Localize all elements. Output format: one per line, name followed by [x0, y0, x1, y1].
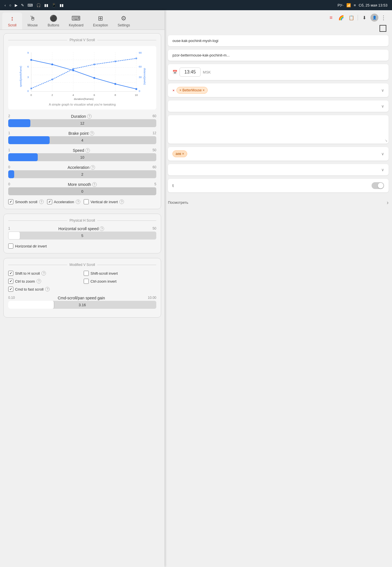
acceleration-min-max: 0 Acceleration ? 60 — [8, 165, 156, 170]
bettermouse-tag[interactable]: × BetterMouse × — [176, 87, 208, 94]
horizontal-dir-invert-checkbox-item[interactable]: Horizontal dir invert — [8, 243, 47, 249]
shift-scroll-invert-checkbox-item[interactable]: Shift-scroll invert — [84, 271, 156, 276]
svg-point-17 — [30, 87, 32, 89]
tag2-chevron-icon[interactable]: ∨ — [381, 152, 384, 156]
url-text-1: ouse-kak-pochinit-mysh-logi — [172, 39, 384, 43]
tab-settings-label: Settings — [118, 23, 130, 27]
cmd-to-fast-scroll-help-icon[interactable]: ? — [45, 287, 50, 291]
brake-point-help-icon[interactable]: ? — [90, 131, 94, 136]
recently-label: Посмотреть — [168, 200, 188, 205]
ctrl-zoom-invert-checkbox-item[interactable]: Ctrl-zoom invert — [84, 279, 156, 284]
smooth-scroll-checkbox-item[interactable]: ✓ Smooth scroll ? — [8, 199, 44, 204]
brake-point-min-max: 1 Brake point ? 12 — [8, 131, 156, 136]
shift-to-h-scroll-help-icon[interactable]: ? — [41, 271, 46, 276]
user-tag-label: аев × — [176, 152, 184, 156]
horizontal-speed-slider[interactable]: 5 — [8, 232, 156, 240]
tags-chevron-icon[interactable]: ∨ — [381, 88, 384, 93]
brake-point-slider[interactable]: 4 — [8, 136, 156, 144]
empty-dropdown-chevron-icon[interactable]: ∨ — [381, 104, 384, 108]
svg-text:0: 0 — [27, 89, 29, 93]
duration-help-icon[interactable]: ? — [87, 114, 92, 119]
tab-keyboard[interactable]: ⌨ Keyboard — [64, 12, 88, 30]
cmd-to-fast-scroll-checkbox-item[interactable]: ✓ Cmd to fast scroll ? — [8, 287, 81, 292]
more-icon[interactable]: ⋮ — [381, 14, 386, 21]
svg-text:30: 30 — [139, 75, 142, 79]
brake-point-value: 4 — [8, 138, 156, 142]
acceleration-help-icon[interactable]: ? — [90, 165, 95, 170]
status-left: ‹ ○ ▶ ✎ ⌨ 🎧 ▮▮ 📱 ▮▮ — [5, 3, 64, 7]
cmd-to-fast-scroll-checkbox[interactable]: ✓ — [8, 287, 13, 292]
shift-to-h-scroll-checkbox[interactable]: ✓ — [8, 271, 13, 276]
tab-exception[interactable]: ⊞ Exception — [88, 12, 113, 30]
scroll-content[interactable]: Physical V Scroll — [0, 30, 165, 567]
physical-h-scroll-section: Physical H Scroll 1 Horizontal scroll sp… — [3, 214, 161, 253]
tab-settings[interactable]: ⚙ Settings — [113, 12, 134, 30]
language-label: РУ- — [338, 3, 343, 7]
duration-slider[interactable]: 12 — [8, 119, 156, 127]
speed-min: 1 — [8, 148, 10, 153]
svg-text:duration(frames): duration(frames) — [74, 97, 94, 100]
vertical-dir-invert-checkbox-item[interactable]: Vertical dir invert ? — [84, 199, 124, 204]
play-icon[interactable]: ▶ — [15, 3, 18, 7]
tab-mouse[interactable]: 🖱 Mouse — [23, 12, 43, 30]
tab-scroll[interactable]: ↕ Scroll — [2, 12, 22, 30]
physical-v-scroll-section: Physical V Scroll — [3, 33, 161, 209]
left-panel: ↕ Scroll 🖱 Mouse ⚫ Buttons ⌨ Keyboard ⊞ … — [0, 10, 165, 567]
nav-right-arrow-icon[interactable]: › — [387, 199, 389, 206]
toggle-switch[interactable] — [372, 182, 384, 189]
more-smooth-help-icon[interactable]: ? — [92, 182, 97, 187]
right-toolbar-row: ≡ 🌈 📋 ⬇ 👤 ⋮ — [168, 14, 389, 22]
tags-card: × × BetterMouse × ∨ — [168, 83, 389, 97]
clipboard-icon[interactable]: 📋 — [347, 14, 355, 22]
buttons-tab-icon: ⚫ — [50, 15, 57, 22]
download-icon[interactable]: ⬇ — [360, 14, 368, 22]
acceleration-checkbox[interactable]: ✓ — [47, 199, 52, 204]
acceleration-checkbox-label: Acceleration — [54, 200, 74, 204]
timezone-label: MSK — [203, 70, 211, 74]
svg-point-20 — [93, 64, 95, 65]
horizontal-dir-invert-checkbox[interactable] — [8, 243, 13, 249]
empty-dropdown2-chevron-icon[interactable]: ∨ — [381, 167, 384, 172]
cmd-scroll-speed-slider[interactable]: 3.16 — [8, 301, 156, 309]
graph-caption: A simple graph to visualize what you're … — [12, 103, 153, 106]
toggle-row: t — [172, 182, 384, 189]
acceleration-checkbox-help-icon[interactable]: ? — [76, 200, 80, 204]
ctrl-to-zoom-help-icon[interactable]: ? — [37, 279, 41, 284]
ctrl-zoom-invert-checkbox[interactable] — [84, 279, 89, 284]
user-tag[interactable]: аев × — [172, 150, 187, 157]
modified-v-scroll-title: Modified V Scroll — [69, 263, 95, 267]
red-stack-icon[interactable]: ≡ — [327, 14, 335, 22]
more-smooth-slider[interactable]: 0 — [8, 187, 156, 195]
acceleration-value: 2 — [8, 172, 156, 177]
close-tag-x-icon[interactable]: × — [172, 88, 175, 93]
avatar[interactable]: 👤 — [370, 14, 378, 22]
svg-text:2: 2 — [51, 93, 53, 96]
calendar-icon: 📅 — [172, 70, 177, 74]
edit-icon[interactable]: ✎ — [21, 3, 24, 7]
duration-min-max: 2 Duration ? 60 — [8, 114, 156, 119]
ctrl-to-zoom-checkbox[interactable]: ✓ — [8, 279, 13, 284]
shift-scroll-invert-checkbox[interactable] — [84, 271, 89, 276]
duration-label: Duration ? — [10, 114, 153, 119]
speed-help-icon[interactable]: ? — [85, 148, 90, 153]
smooth-scroll-help-icon[interactable]: ? — [39, 200, 44, 204]
text-area-card[interactable]: ↘ — [168, 115, 389, 144]
rainbow-icon[interactable]: 🌈 — [337, 14, 345, 22]
tab-buttons[interactable]: ⚫ Buttons — [43, 12, 64, 30]
vertical-dir-invert-help-icon[interactable]: ? — [119, 200, 124, 204]
status-bar: ‹ ○ ▶ ✎ ⌨ 🎧 ▮▮ 📱 ▮▮ РУ- 📶 ≡ Сб, 25 мая 1… — [0, 0, 392, 10]
speed-slider[interactable]: 10 — [8, 153, 156, 161]
horizontal-speed-min: 1 — [8, 226, 10, 231]
horizontal-speed-min-max: 1 Horizontal scroll speed ? 50 — [8, 226, 156, 231]
black-square-icon — [380, 25, 386, 32]
brake-point-max: 12 — [153, 131, 156, 136]
ctrl-to-zoom-checkbox-item[interactable]: ✓ Ctrl to zoom ? — [8, 279, 81, 284]
shift-to-h-scroll-checkbox-item[interactable]: ✓ Shift to H scroll ? — [8, 271, 81, 276]
back-icon[interactable]: ‹ — [5, 3, 6, 7]
horizontal-speed-label: Horizontal scroll speed ? — [10, 226, 153, 231]
acceleration-slider[interactable]: 2 — [8, 170, 156, 178]
horizontal-speed-help-icon[interactable]: ? — [100, 226, 104, 231]
acceleration-checkbox-item[interactable]: ✓ Acceleration ? — [47, 199, 81, 204]
smooth-scroll-checkbox[interactable]: ✓ — [8, 199, 13, 204]
vertical-dir-invert-checkbox[interactable] — [84, 199, 89, 204]
